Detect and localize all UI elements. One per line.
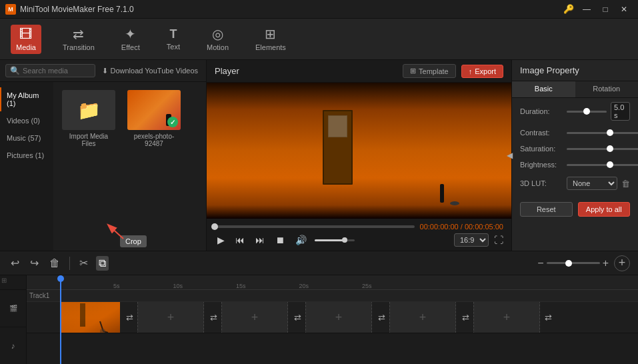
import-thumb: 📁: [62, 90, 115, 130]
svg-rect-1: [60, 302, 120, 333]
zoom-controls: − +: [537, 257, 609, 269]
contrast-row: Contrast: 0.0: [512, 125, 638, 141]
redo-button[interactable]: ↪: [27, 255, 41, 271]
export-icon: ↑: [469, 67, 473, 75]
text-icon: T: [169, 28, 177, 40]
timeline-main: 5s 10s 15s 20s 25s Track1: [27, 275, 638, 364]
transition-6: ⇄: [540, 302, 556, 333]
cut-button[interactable]: ✂: [77, 255, 91, 271]
main-content: 🔍 ⬇ Download YouTube Videos My Album (1)…: [0, 60, 638, 251]
volume-bar[interactable]: [315, 239, 355, 241]
delete-button[interactable]: 🗑: [47, 256, 63, 271]
lut-row: 3D LUT: None 🗑: [512, 173, 638, 194]
transition-5: ⇄: [457, 302, 473, 333]
zoom-out-button[interactable]: −: [537, 257, 543, 269]
brightness-slider[interactable]: [567, 164, 638, 166]
placeholder-2[interactable]: +: [221, 302, 288, 333]
export-button[interactable]: ↑ Export: [461, 65, 503, 78]
elements-icon: ⊞: [265, 27, 276, 41]
placeholder-1[interactable]: +: [137, 302, 204, 333]
saturation-slider[interactable]: [567, 148, 638, 150]
close-button[interactable]: ✕: [615, 2, 633, 17]
segment-preview: [60, 302, 120, 333]
placeholder-5[interactable]: +: [473, 302, 540, 333]
ratio-select[interactable]: 16:9 4:3 1:1 9:16: [454, 233, 489, 247]
brightness-row: Brightness: 0.0: [512, 157, 638, 173]
ruler-15s: 15s: [236, 283, 246, 289]
import-media-item[interactable]: 📁 Import Media Files: [59, 87, 119, 150]
search-box[interactable]: 🔍: [5, 64, 95, 77]
media-toolbar: 🔍 ⬇ Download YouTube Videos: [0, 60, 206, 82]
photo-media-item[interactable]: ✓ pexels-photo-92487: [124, 87, 184, 150]
brightness-label: Brightness:: [520, 161, 563, 169]
toolbar-elements[interactable]: ⊞ Elements: [250, 25, 291, 54]
maximize-button[interactable]: □: [597, 2, 614, 17]
play-button[interactable]: ▶: [215, 233, 227, 247]
photo-thumb: ✓: [127, 90, 181, 130]
toolbar-motion[interactable]: ◎ Motion: [201, 25, 234, 54]
lut-select[interactable]: None: [567, 177, 617, 190]
sidebar-item-my-album[interactable]: My Album (1): [0, 87, 53, 111]
prev-frame-button[interactable]: ⏮: [233, 233, 247, 247]
timeline-toolbar: ↩ ↪ 🗑 ✂ ⧉ Crop − + +: [0, 251, 638, 275]
toolbar-media-label: Media: [16, 43, 36, 51]
template-icon: ⊞: [410, 67, 416, 75]
volume-fill: [315, 239, 345, 241]
add-track-button[interactable]: +: [614, 255, 630, 271]
minimize-button[interactable]: —: [578, 2, 595, 17]
search-input[interactable]: [23, 67, 91, 75]
effect-icon: ✦: [125, 27, 136, 41]
volume-icon[interactable]: 🔊: [293, 233, 309, 247]
player-header: Player ⊞ Template ↑ Export: [207, 60, 511, 83]
duration-slider[interactable]: [567, 111, 607, 113]
panel-collapse-arrow[interactable]: ◀: [507, 151, 513, 160]
transition-2: ⇄: [205, 302, 221, 333]
lut-delete-button[interactable]: 🗑: [621, 179, 630, 189]
toolbar-transition-label: Transition: [63, 43, 95, 51]
zoom-in-button[interactable]: +: [603, 257, 609, 269]
sidebar-item-videos[interactable]: Videos (0): [0, 113, 53, 129]
timeline-area: ↩ ↪ 🗑 ✂ ⧉ Crop − + +: [0, 251, 638, 364]
zoom-slider[interactable]: [547, 262, 600, 264]
download-icon: ⬇: [102, 67, 108, 75]
transition-4: ⇄: [373, 302, 389, 333]
toolbar-text[interactable]: T Text: [161, 25, 185, 53]
progress-bar[interactable]: [215, 225, 415, 228]
toolbar-effect[interactable]: ✦ Effect: [116, 25, 145, 54]
stop-button[interactable]: ⏹: [273, 233, 287, 247]
next-frame-button[interactable]: ⏭: [253, 233, 267, 247]
contrast-slider[interactable]: [567, 132, 638, 134]
ruler-20s: 20s: [299, 283, 309, 289]
ruler-5s: 5s: [113, 283, 120, 289]
template-button[interactable]: ⊞ Template: [403, 64, 456, 78]
toolbar-media[interactable]: 🎞 Media: [11, 25, 41, 54]
segment-svg: [60, 302, 120, 333]
timeline-ruler: 5s 10s 15s 20s 25s: [27, 275, 638, 290]
placeholder-4[interactable]: +: [389, 302, 456, 333]
photo-label: pexels-photo-92487: [127, 133, 181, 147]
image-property-title: Image Property: [512, 60, 638, 81]
ruler-corner: ⊞: [0, 275, 26, 290]
titlebar: M MiniTool MovieMaker Free 7.1.0 🔑 — □ ✕: [0, 0, 638, 19]
svg-rect-2: [80, 303, 85, 327]
crop-button[interactable]: ⧉: [96, 256, 109, 271]
sidebar-item-music[interactable]: Music (57): [0, 130, 53, 146]
sidebar-item-pictures[interactable]: Pictures (1): [0, 147, 53, 163]
toolbar-motion-label: Motion: [207, 43, 229, 51]
tab-basic[interactable]: Basic: [512, 81, 575, 97]
action-row: Reset Apply to all: [512, 197, 638, 222]
timeline-content: ⊞ 🎬 ♪ 5s 10s 15s 20s 25s: [0, 275, 638, 364]
reset-button[interactable]: Reset: [520, 202, 573, 217]
fullscreen-button[interactable]: ⛶: [494, 235, 503, 245]
placeholder-3[interactable]: +: [305, 302, 372, 333]
undo-button[interactable]: ↩: [8, 255, 22, 271]
video-segment[interactable]: [60, 302, 120, 333]
tab-rotation[interactable]: Rotation: [575, 81, 639, 97]
apply-all-button[interactable]: Apply to all: [578, 202, 631, 217]
toolbar-transition[interactable]: ⇄ Transition: [57, 25, 100, 54]
check-badge: ✓: [167, 117, 178, 127]
app-title: MiniTool MovieMaker Free 7.1.0: [20, 5, 563, 14]
video-track-row: ⇄ + ⇄ + ⇄ + ⇄ + ⇄ + ⇄: [27, 302, 638, 333]
toolbar-separator: [69, 257, 70, 270]
download-youtube-button[interactable]: ⬇ Download YouTube Videos: [99, 65, 201, 77]
